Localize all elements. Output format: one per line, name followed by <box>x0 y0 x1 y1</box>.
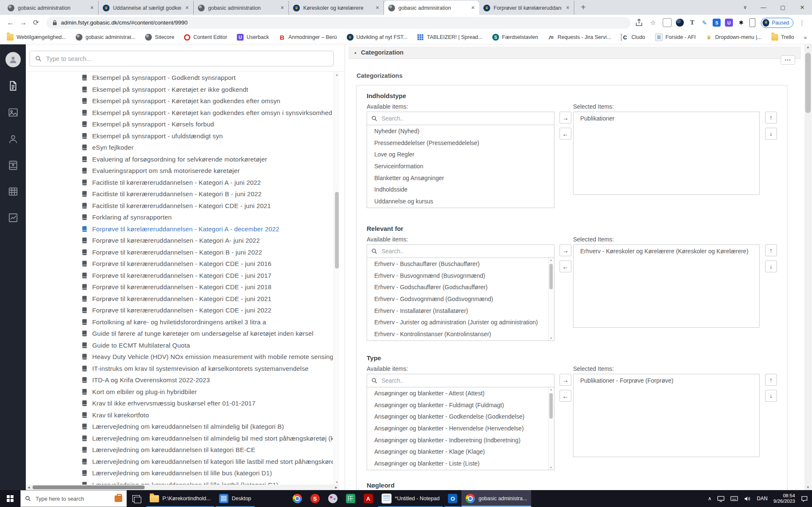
available-item[interactable]: Erhverv - Installatører (Installatører) <box>367 305 554 317</box>
bookmark-item[interactable]: ♛ Dropdown-menu |... <box>705 34 762 41</box>
bookmark-item[interactable]: S Færdselstavlen <box>492 34 538 41</box>
document-list-item[interactable]: Krav til ikke erhvervsmæssig buskørsel e… <box>26 397 333 409</box>
browser-tab[interactable]: Uddannelse af særligt godkendt ✕ <box>99 1 194 15</box>
extension-icon[interactable] <box>663 18 672 27</box>
available-item[interactable]: Erhverv - Kontrolinstanser (Kontrolinsta… <box>367 328 554 340</box>
action-center-icon[interactable] <box>801 496 808 502</box>
new-tab-button[interactable]: + <box>577 1 590 14</box>
document-list-item[interactable]: Facitliste til køreræreruddannelsen - Ka… <box>26 177 333 189</box>
browser-tab[interactable]: gobasic administration ✕ <box>194 1 289 15</box>
document-list-item[interactable]: Eksempel på synsrapport - Godkendt synsr… <box>26 72 333 84</box>
bookmark-item[interactable]: Forside - AFI <box>655 33 696 41</box>
scroll-up-icon[interactable]: ▲ <box>549 259 554 261</box>
document-list-item[interactable]: Eksempel på synsrapport - ufuldstændigt … <box>26 130 333 142</box>
avatar[interactable] <box>0 52 26 67</box>
available-item[interactable]: Ansøgninger og blanketter - Attest (Atte… <box>367 387 554 399</box>
document-list-item[interactable]: Eksempel på synsrapport - Kørsels forbud <box>26 118 333 130</box>
sidebar-item-users[interactable] <box>0 134 26 145</box>
tab-close-icon[interactable]: ✕ <box>470 4 476 11</box>
bookmark-item[interactable]: /≡ Requests - Jira Servi... <box>548 34 611 41</box>
language-indicator[interactable]: DAN <box>757 496 767 502</box>
scrollbar-thumb[interactable] <box>33 485 145 489</box>
list-vertical-scrollbar[interactable]: ▲ ▼ <box>334 72 339 485</box>
available-item[interactable]: Serviceinformation <box>367 160 554 172</box>
document-list-item[interactable]: Kort om elbiler og plug-in hybridbiler <box>26 386 333 398</box>
taskbar-app[interactable]: *Untitled - Notepad <box>377 490 444 507</box>
available-item[interactable]: Uddannelse og kursus <box>367 195 554 207</box>
document-list-item[interactable]: Facitliste til køreræreruddannelsen - Ka… <box>26 200 333 212</box>
tab-close-icon[interactable]: ✕ <box>280 4 285 11</box>
document-list-item[interactable]: Krav til kørekortfoto <box>26 409 333 421</box>
document-list-item[interactable]: Forprøve til køreræreruddannelsen - Kate… <box>26 247 333 258</box>
scroll-up-icon[interactable]: ▲ <box>804 45 812 49</box>
scroll-right-icon[interactable]: ▶ <box>333 485 339 490</box>
sidebar-item-tables[interactable] <box>0 186 26 197</box>
document-list-item[interactable]: Fortolkning af køre- og hviletidsforordn… <box>26 316 333 328</box>
document-list-item[interactable]: Forprøve til køreræreruddannelsen - Kate… <box>26 235 333 247</box>
start-button[interactable] <box>0 490 20 507</box>
scroll-up-icon[interactable]: ▲ <box>334 73 340 76</box>
document-list-item[interactable]: Evalueringsrapport om små motoriserede k… <box>26 165 333 177</box>
bookmark-item[interactable]: C Cludo <box>621 34 645 41</box>
sidebar-item-analytics[interactable] <box>0 212 26 223</box>
document-list-item[interactable]: Eksempel på synsrapport - Køretøjet er i… <box>26 84 333 96</box>
list-scrollbar[interactable]: ▲ ▼ <box>548 387 554 470</box>
taskbar-app[interactable] <box>324 490 342 507</box>
extension-icon[interactable]: U <box>725 19 733 27</box>
selected-item[interactable]: Publikationer - Forprøve (Forprøve) <box>573 374 759 387</box>
move-left-button[interactable]: ← <box>560 128 571 140</box>
document-list-item[interactable]: ITD-A og Krifa Overenskomst 2022-2023 <box>26 374 333 386</box>
tab-close-icon[interactable]: ✕ <box>184 4 190 11</box>
move-up-button[interactable]: ↑ <box>765 374 777 386</box>
bookmark-item[interactable]: Content Editor <box>184 34 227 41</box>
document-list-item[interactable]: Forprøve til køreræreruddannelsen - Kate… <box>26 304 333 316</box>
browser-tab[interactable]: gobasic administration ✕ <box>3 1 99 15</box>
document-list-item[interactable]: Eksempel på synsrapport - Køretøjet kan … <box>26 95 333 107</box>
sidebar-item-contacts[interactable] <box>0 160 26 171</box>
bookmark-item[interactable]: Trello <box>771 34 794 41</box>
document-list-item[interactable]: Guide til førere af tunge køretøjer om u… <box>26 328 333 340</box>
extension-icon[interactable] <box>676 19 684 27</box>
extension-icon[interactable]: S <box>713 19 721 27</box>
scroll-down-icon[interactable]: ▼ <box>334 481 340 484</box>
document-list-item[interactable]: Lærervejledning om køreuddannelsen til k… <box>26 456 333 468</box>
bookmarks-overflow-icon[interactable]: » <box>804 34 807 41</box>
bookmark-item[interactable]: TABLEIZER! | Spread... <box>417 34 483 41</box>
move-left-button[interactable]: ← <box>560 390 571 402</box>
document-list-item[interactable]: Guide to ECMT Multilateral Quota <box>26 340 333 351</box>
scroll-down-icon[interactable]: ▼ <box>549 466 554 469</box>
scroll-down-icon[interactable]: ▼ <box>549 337 554 340</box>
taskbar-app[interactable]: gobasic administra... <box>461 490 531 507</box>
extension-icon[interactable]: ✱ <box>737 19 745 27</box>
document-list-item[interactable]: Forprøve til køreræreruddannelsen - Kate… <box>26 258 333 270</box>
list-horizontal-scrollbar[interactable]: ◀ ▶ <box>26 485 339 490</box>
move-right-button[interactable]: → <box>560 244 571 256</box>
available-item[interactable]: Erhverv - Godsvognmænd (Godsvognmænd) <box>367 293 554 305</box>
selected-item[interactable]: Publikationer <box>573 112 759 125</box>
task-view-button[interactable] <box>127 490 145 507</box>
available-item[interactable]: Erhverv - Buschauffører (Buschauffører) <box>367 258 554 270</box>
move-down-button[interactable]: ↓ <box>765 260 777 272</box>
move-right-button[interactable]: → <box>560 112 571 123</box>
tab-close-icon[interactable]: ✕ <box>89 4 95 11</box>
move-left-button[interactable]: ← <box>560 260 571 272</box>
taskbar-app[interactable]: O <box>444 490 461 507</box>
tab-search-chevron-icon[interactable]: ∨ <box>737 0 754 14</box>
document-list-item[interactable]: Lærervejledning om køreuddannelsen til a… <box>26 433 333 444</box>
available-item[interactable]: Ansøgninger og blanketter - Fuldmagt (Fu… <box>367 399 554 411</box>
browser-tab[interactable]: Køreskoler og kørelærere ✕ <box>289 1 384 15</box>
taskbar-app[interactable] <box>288 490 306 507</box>
move-right-button[interactable]: → <box>560 374 571 386</box>
selected-item[interactable]: Erhverv - Køreskoler og Kørelærere (Køre… <box>573 245 759 258</box>
tab-close-icon[interactable]: ✕ <box>565 4 571 11</box>
document-list-item[interactable]: eSyn fejlkoder <box>26 142 333 153</box>
sidebar-item-media[interactable] <box>0 107 26 118</box>
browser-tab[interactable]: gobasic administration ✕ <box>384 1 479 15</box>
available-item[interactable]: Ansøgninger og blanketter - Indberetning… <box>367 434 554 446</box>
document-list-item[interactable]: Forprøve til køreræreruddannelsen - Kate… <box>26 293 333 305</box>
taskbar-app[interactable] <box>342 490 359 507</box>
available-item[interactable]: Blanketter og Ansøgninger <box>367 172 554 184</box>
taskbar-app[interactable]: A <box>359 490 377 507</box>
document-list-item[interactable]: IT-instruks om krav til systemrevision a… <box>26 363 333 375</box>
search-highlight-icon[interactable] <box>115 496 122 502</box>
